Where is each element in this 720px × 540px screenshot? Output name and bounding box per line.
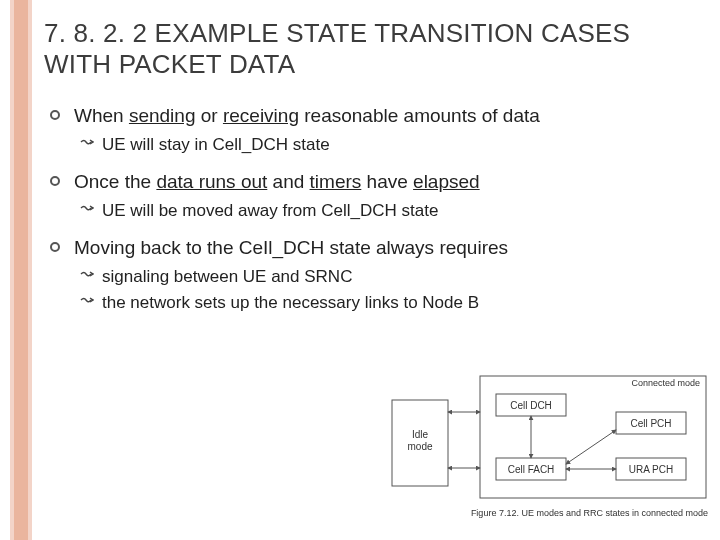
idle-label-line1: Idle	[412, 429, 429, 440]
sub-bullet-item: UE will stay in Cell_DCH state	[80, 134, 690, 156]
state-cell-dch: Cell DCH	[510, 400, 552, 411]
bullet-item: When sending or receiving reasonable amo…	[48, 104, 690, 156]
accent-bar-inner	[14, 0, 28, 540]
sub-bullet-item: UE will be moved away from Cell_DCH stat…	[80, 200, 690, 222]
figure-caption: Figure 7.12. UE modes and RRC states in …	[471, 508, 708, 518]
bullet-item: Once the data runs out and timers have e…	[48, 170, 690, 222]
state-ura-pch: URA PCH	[629, 464, 673, 475]
bullet-item: Moving back to the CeIl_DCH state always…	[48, 236, 690, 314]
slide-title: 7. 8. 2. 2 EXAMPLE STATE TRANSITION CASE…	[44, 18, 690, 79]
sub-bullet-list: UE will stay in Cell_DCH state	[80, 134, 690, 156]
bullet-list: When sending or receiving reasonable amo…	[48, 104, 690, 314]
state-diagram: Idle mode Connected mode Cell DCH Cell F…	[390, 372, 710, 522]
state-cell-fach: Cell FACH	[508, 464, 555, 475]
connected-mode-label: Connected mode	[631, 378, 700, 388]
slide: 7. 8. 2. 2 EXAMPLE STATE TRANSITION CASE…	[0, 0, 720, 540]
slide-body: When sending or receiving reasonable amo…	[48, 104, 690, 328]
idle-label-line2: mode	[407, 441, 432, 452]
state-cell-pch: Cell PCH	[630, 418, 671, 429]
sub-bullet-item: signaling between UE and SRNC	[80, 266, 690, 288]
sub-bullet-list: signaling between UE and SRNCthe network…	[80, 266, 690, 314]
sub-bullet-item: the network sets up the necessary links …	[80, 292, 690, 314]
sub-bullet-list: UE will be moved away from Cell_DCH stat…	[80, 200, 690, 222]
